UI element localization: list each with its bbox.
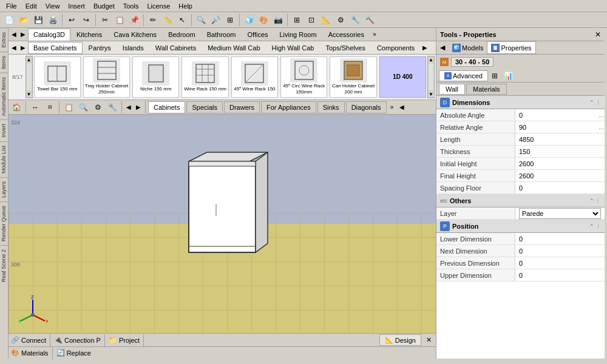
cat-btn-specials[interactable]: Specials xyxy=(186,101,223,113)
cat-tb-icon7[interactable]: 🔧 xyxy=(106,101,119,114)
cat-btn-appliances[interactable]: For Appliances xyxy=(261,101,316,113)
cat-tab1-bathroom[interactable]: Bathroom xyxy=(202,29,242,41)
tb-render[interactable]: 🎨 xyxy=(257,13,270,27)
tb-zoom-fit[interactable]: ⊞ xyxy=(223,13,237,27)
tb-zoom-out[interactable]: 🔎 xyxy=(209,13,222,27)
menu-view[interactable]: View xyxy=(42,2,64,10)
cat-tab1-catalog3d[interactable]: Catalog3D xyxy=(28,29,70,41)
cat-item-0[interactable]: Towel Bar 150 mm xyxy=(34,56,81,98)
prop-relative-angle-dots[interactable]: … xyxy=(599,124,605,130)
viewport-3d[interactable]: 324 306 xyxy=(8,115,436,333)
tb-snap[interactable]: ⊡ xyxy=(305,13,318,27)
prop-prev-dim-value[interactable]: 0 xyxy=(515,260,605,267)
prop-spacing-floor-value[interactable]: 0 xyxy=(515,184,605,192)
extras-tab-invert[interactable]: Invert xyxy=(0,120,8,141)
menu-insert[interactable]: Insert xyxy=(64,2,89,10)
cat-tab1-bedroom[interactable]: Bedroom xyxy=(163,29,201,41)
tb-open[interactable]: 📂 xyxy=(17,13,30,27)
extras-tab-scene[interactable]: Real Scene 2 xyxy=(0,245,8,286)
position-more[interactable]: ⋮ xyxy=(595,223,601,229)
cat-tb-icon1[interactable]: 🏠 xyxy=(10,101,23,114)
cat-nav-next[interactable]: ▶ xyxy=(134,101,143,113)
menu-file[interactable]: File xyxy=(2,2,21,10)
tb-draw[interactable]: ✏ xyxy=(146,13,160,27)
position-collapse[interactable]: ⌃ xyxy=(589,223,594,229)
cat-btn-sinks[interactable]: Sinks xyxy=(317,101,345,113)
cat-tab1-cava[interactable]: Cava Kitchens xyxy=(108,29,162,41)
menu-help[interactable]: Help xyxy=(175,2,196,10)
right-tab-models[interactable]: Models xyxy=(462,44,483,52)
cat-tab2-medwall[interactable]: Medium Wall Cab xyxy=(202,42,265,54)
tb-more3[interactable]: 🔨 xyxy=(363,13,376,27)
tb-more1[interactable]: ⚙ xyxy=(334,13,347,27)
cat-btn-diagonals[interactable]: Diagonals xyxy=(346,101,387,113)
cat-tab1-accessories[interactable]: Accessories xyxy=(323,29,370,41)
cat-tab2-highwall[interactable]: High Wall Cab xyxy=(266,42,320,54)
tb-zoom-in[interactable]: 🔍 xyxy=(194,13,208,27)
extras-tab-layers[interactable]: Layers xyxy=(0,177,8,201)
cat-item-2[interactable]: Niche 150 mm xyxy=(132,56,179,98)
status-design-btn[interactable]: 📐 Design xyxy=(379,334,421,346)
tb-redo[interactable]: ↪ xyxy=(80,13,93,27)
cat-item-7[interactable]: 1D 400 xyxy=(379,56,426,98)
cat-tb-icon4[interactable]: 📋 xyxy=(62,101,75,114)
others-more[interactable]: ⋮ xyxy=(595,198,601,204)
adv-tab-advanced[interactable]: A Advanced xyxy=(439,70,488,81)
extras-tab-auto[interactable]: Automatic Items xyxy=(0,73,8,120)
status-project[interactable]: 📁 Project xyxy=(109,336,140,344)
status-close[interactable]: ✕ xyxy=(424,336,433,344)
cat-scroll-v[interactable]: ▲ ▼ xyxy=(25,56,33,98)
cat-tab2-wall[interactable]: Wall Cabinets xyxy=(150,42,202,54)
prop-length-value[interactable]: 4850 xyxy=(515,136,605,143)
prop-upper-dim-value[interactable]: 0 xyxy=(515,272,605,279)
prop-thickness-value[interactable]: 150 xyxy=(515,148,605,155)
cat-toolbar-left[interactable]: ◀ xyxy=(398,101,406,113)
tb-select[interactable]: ↖ xyxy=(175,13,189,27)
cat-btn-cabinets[interactable]: Cabinets xyxy=(148,101,185,113)
cat-item-4[interactable]: 45º Wine Rack 150 xyxy=(231,56,278,98)
extras-tab-modules[interactable]: Module List xyxy=(0,141,8,177)
prop-absolute-angle-dots[interactable]: … xyxy=(599,112,605,118)
cat-nav-prev[interactable]: ◀ xyxy=(124,101,133,113)
section-header-dimensions[interactable]: D Dimensions ⌃ ⋮ xyxy=(436,96,605,109)
menu-budget[interactable]: Budget xyxy=(90,2,118,10)
tb-measure[interactable]: 📐 xyxy=(319,13,333,27)
cat-btn-drawers[interactable]: Drawers xyxy=(224,101,260,113)
prop-next-dim-value[interactable]: 0 xyxy=(515,248,605,255)
cat-tab1-next[interactable]: ▶ xyxy=(19,29,27,41)
cat-tb-icon6[interactable]: ⚙ xyxy=(91,101,104,114)
prop-relative-angle-value[interactable]: 90 xyxy=(515,124,599,131)
tb-3d[interactable]: 🧊 xyxy=(242,13,256,27)
extras-tab-render[interactable]: Render Queue xyxy=(0,201,8,245)
cat-tab2-islands[interactable]: Islands xyxy=(117,42,149,54)
tb-copy[interactable]: 📋 xyxy=(113,13,126,27)
cat-tab2-more[interactable]: ▶ xyxy=(421,42,429,54)
cat-item-3[interactable]: Wine Rack 150 mm xyxy=(181,56,228,98)
cat-tab2-tops[interactable]: Tops/Shelves xyxy=(320,42,370,54)
cat-tab2-base[interactable]: Base Cabinets xyxy=(28,42,83,54)
right-tab-properties[interactable]: 📋 Properties xyxy=(487,41,535,54)
model-label[interactable]: 30 - 40 - 50 xyxy=(451,57,493,67)
dimensions-more[interactable]: ⋮ xyxy=(595,99,601,106)
dimensions-collapse[interactable]: ⌃ xyxy=(589,99,594,106)
cat-tab1-living[interactable]: Living Room xyxy=(274,29,322,41)
cat-tb-icon3[interactable]: ⊟ xyxy=(43,101,56,114)
cat-item-6[interactable]: Can Holder Cabinet 200 mm xyxy=(330,56,376,98)
menu-license[interactable]: License xyxy=(143,2,174,10)
section-header-others[interactable]: etc Others ⌃ ⋮ xyxy=(436,194,605,207)
cat-tab1-offices[interactable]: Offices xyxy=(242,29,273,41)
cat-tab1-more[interactable]: » xyxy=(370,29,379,41)
prop-initial-height-value[interactable]: 2600 xyxy=(515,160,605,167)
adv-tab-chart[interactable]: 📊 xyxy=(501,70,515,81)
cat-tab2-pantrys[interactable]: Pantrys xyxy=(83,42,117,54)
menu-tools[interactable]: Tools xyxy=(120,2,143,10)
prop-final-height-value[interactable]: 2600 xyxy=(515,172,605,180)
cat-tab2-comp[interactable]: Components xyxy=(371,42,420,54)
cat-tab2-prev[interactable]: ◀ xyxy=(10,42,18,54)
bottom-materials[interactable]: 🎨 Materials xyxy=(11,349,49,357)
prop-absolute-angle-value[interactable]: 0 xyxy=(515,112,599,119)
wm-tab-wall[interactable]: Wall xyxy=(439,84,465,95)
extras-tab-extras[interactable]: Extras xyxy=(0,28,8,52)
right-panel-close[interactable]: ✕ xyxy=(595,30,601,39)
cat-toolbar-more[interactable]: » xyxy=(388,101,396,113)
